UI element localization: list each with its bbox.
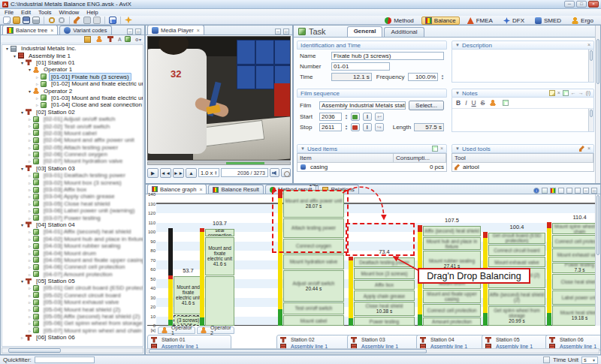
window-layout-icon[interactable] — [109, 17, 116, 24]
info-icon[interactable]: (i) — [586, 90, 590, 96]
expand-icon[interactable]: ▹ — [27, 208, 32, 213]
mode-ergo[interactable]: Ergo — [569, 17, 596, 25]
expand-icon[interactable]: ▾ — [20, 60, 25, 65]
expand-icon[interactable]: ▹ — [27, 251, 32, 256]
expand-icon[interactable]: ▹ — [27, 257, 32, 263]
task-block[interactable]: Power testing7.3 s — [552, 263, 601, 273]
delete-note-icon[interactable]: × — [557, 90, 560, 96]
expand-icon[interactable]: ▹ — [27, 243, 32, 248]
insert-image-icon[interactable] — [503, 100, 509, 106]
task-block[interactable]: Mount heat shield19.18 s — [552, 305, 601, 326]
tree-item[interactable]: ▹[04-07] Amount protection — [2, 271, 143, 278]
stop-marker-icon[interactable]: I — [363, 123, 372, 131]
expand-icon[interactable]: ▹ — [27, 328, 32, 333]
open-icon[interactable] — [13, 17, 20, 24]
chart-vertical-scrollbar[interactable] — [595, 194, 600, 326]
close-tab-icon[interactable]: × — [197, 28, 200, 33]
tree-item[interactable]: ▹[03-07] Power testing — [2, 214, 143, 221]
expand-icon[interactable]: ▹ — [27, 201, 32, 206]
expand-icon[interactable]: ▹ — [27, 229, 32, 234]
close-tab-icon[interactable]: × — [50, 28, 53, 33]
expand-icon[interactable]: ▹ — [35, 74, 40, 80]
prev-note-icon[interactable]: ← — [571, 90, 576, 96]
menu-window[interactable]: Window — [59, 9, 80, 16]
expand-icon[interactable]: ▾ — [20, 278, 25, 284]
menu-help[interactable]: Help — [86, 9, 98, 16]
expand-icon[interactable]: ▾ — [27, 89, 32, 94]
task-block[interactable]: Close heat shield10.38 s — [354, 302, 415, 316]
timer-icon[interactable] — [281, 168, 291, 177]
maximize-panel-icon[interactable]: □ — [283, 29, 289, 35]
task-block[interactable]: Mount box (3 screws) — [354, 268, 415, 279]
info-icon[interactable]: i — [533, 188, 539, 194]
column-header[interactable]: Consumpti... — [394, 154, 446, 162]
frequency-field[interactable]: 100.0% — [408, 73, 438, 81]
goto-stop-icon[interactable]: ↪ — [375, 123, 384, 131]
sort-icon[interactable]: A — [118, 37, 122, 42]
tree-horizontal-scrollbar[interactable] — [2, 347, 143, 353]
collapse-icon[interactable]: ▼ — [455, 91, 460, 95]
task-block[interactable]: Close and seal connection b... — [205, 229, 234, 236]
expand-icon[interactable]: ▹ — [27, 285, 32, 290]
stop-stepper[interactable]: ▲▼ — [345, 125, 348, 130]
eject-button[interactable]: ▲ — [186, 168, 197, 178]
tab-additional[interactable]: Additional — [384, 27, 424, 37]
tree-item[interactable]: ▹[05-07] Mount spinn wheel and chain — [2, 327, 143, 334]
insert-person-icon[interactable] — [490, 100, 496, 106]
task-block[interactable]: Mount exhaust valve — [552, 248, 601, 262]
task-block[interactable]: Apply chain grease — [354, 290, 415, 301]
task-block[interactable]: Mount exhaust valve — [488, 257, 545, 267]
task-panel-scrollbar[interactable] — [595, 26, 600, 183]
minimize-panel-icon[interactable]: ─ — [127, 29, 133, 35]
quickfilter-input[interactable] — [35, 356, 95, 363]
expand-icon[interactable]: ▹ — [27, 123, 32, 128]
start-marker-icon[interactable]: I — [363, 113, 372, 121]
task-block[interactable]: Mount spinn wheel and chain — [552, 223, 601, 234]
task-block[interactable]: Adjust on/off switch20.44 s — [283, 270, 344, 302]
expand-icon[interactable]: ▹ — [27, 180, 32, 185]
expand-icon[interactable]: ▹ — [27, 145, 32, 150]
task-block[interactable]: Affix box — [354, 280, 415, 290]
expand-icon[interactable]: ▹ — [27, 173, 32, 178]
add-tool-icon[interactable] — [579, 146, 585, 152]
description-textarea[interactable] — [452, 50, 594, 83]
menu-file[interactable]: File — [5, 9, 14, 16]
name-field[interactable]: Fixate hub (3 screws) — [331, 52, 444, 60]
goto-start-icon[interactable]: ↩ — [375, 113, 384, 121]
task-block[interactable]: Mount and fixate upper casing — [423, 290, 481, 303]
minimize-panel-icon[interactable]: ─ — [583, 188, 589, 194]
task-block[interactable]: Amount protection — [423, 317, 481, 326]
media-timeline[interactable] — [147, 161, 291, 165]
expand-icon[interactable]: ▹ — [27, 236, 32, 242]
tab-general[interactable]: General — [347, 26, 383, 37]
expand-icon[interactable]: ▾ — [5, 46, 10, 51]
expand-icon[interactable]: ▹ — [35, 81, 40, 86]
layout-icon[interactable] — [575, 188, 581, 194]
expand-icon[interactable]: ▹ — [35, 102, 40, 107]
menu-tools[interactable]: Tools — [38, 9, 52, 16]
save-icon[interactable] — [23, 17, 30, 24]
clipboard-icon[interactable] — [563, 90, 569, 96]
tree-item[interactable]: ▹[02-07] Mount hydration valve — [2, 158, 143, 164]
expand-icon[interactable]: ▹ — [27, 314, 32, 319]
next-note-icon[interactable]: → — [578, 90, 584, 96]
menu-edit[interactable]: Edit — [21, 9, 31, 16]
add-group-icon[interactable] — [84, 36, 91, 43]
bold-button[interactable]: B — [456, 99, 461, 107]
delete-tool-icon[interactable]: × — [587, 146, 590, 152]
add-task-icon[interactable] — [125, 36, 131, 42]
expand-icon[interactable]: ▹ — [27, 137, 32, 143]
task-block[interactable] — [205, 276, 234, 326]
view-menu-icon[interactable]: ⚙▾ — [135, 37, 141, 42]
film-field[interactable]: Assembly Industrial Metals station 7.mpg — [319, 101, 406, 110]
delete-item-icon[interactable]: × — [440, 146, 443, 152]
redo-icon[interactable] — [56, 14, 67, 25]
tab-balance-graph[interactable]: Balance graph× — [147, 184, 207, 194]
operator-tab[interactable]: Operator 2 — [197, 326, 234, 334]
add-item-icon[interactable] — [432, 146, 438, 152]
table-row[interactable]: casing 0 pcs — [297, 163, 446, 171]
task-block[interactable]: Connect cell protection — [423, 304, 481, 317]
chart-horizontal-scrollbar[interactable] — [146, 348, 599, 353]
copy-icon[interactable] — [83, 17, 91, 24]
speaker-icon[interactable] — [270, 168, 279, 177]
